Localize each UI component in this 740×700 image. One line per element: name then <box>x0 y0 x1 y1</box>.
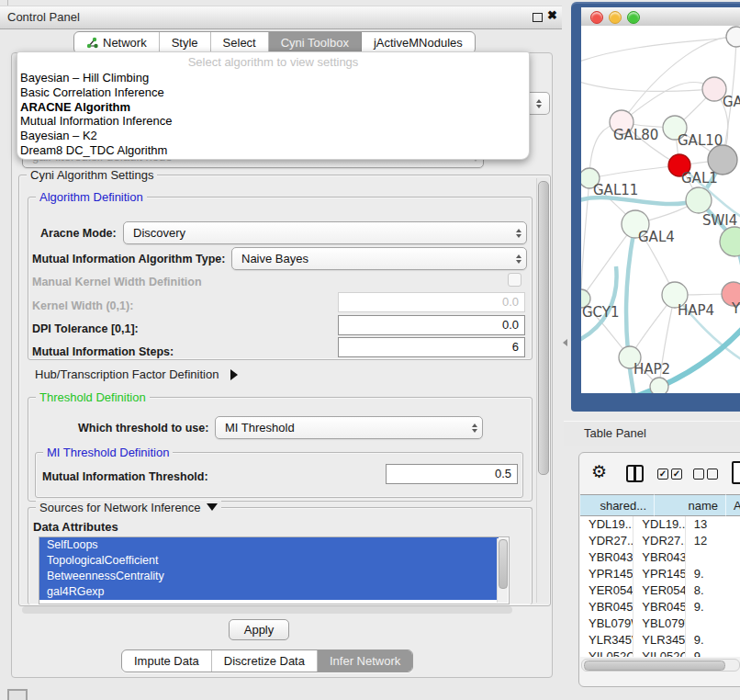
apply-button[interactable]: Apply <box>229 619 289 640</box>
threshold-definition-title: Threshold Definition <box>36 390 150 404</box>
node-label: GAL80 <box>613 127 658 143</box>
hub-definition-toggle[interactable]: Hub/Transcription Factor Definition <box>35 366 238 382</box>
table-cell: 9. <box>686 649 740 657</box>
control-panel-title: Control Panel <box>7 10 80 24</box>
sources-group-title[interactable]: Sources for Network Inference <box>36 501 221 514</box>
table-cell: YLR345W <box>633 632 685 649</box>
table-cell: YDL19... <box>633 516 685 533</box>
mi-threshold-group-title: MI Threshold Definition <box>43 446 173 459</box>
bottom-tabs: Impute Data Discretize Data Infer Networ… <box>121 649 413 672</box>
table-cell: YBR043C <box>633 549 685 566</box>
table-row[interactable]: YBR043CYBR043C <box>580 549 740 566</box>
zoom-window-icon[interactable] <box>627 11 640 24</box>
tab-infer-network[interactable]: Infer Network <box>318 650 412 672</box>
network-node[interactable] <box>720 227 740 256</box>
settings-group-title: Cyni Algorithm Settings <box>27 168 157 182</box>
aracne-mode-select[interactable]: Discovery <box>123 221 527 244</box>
table-row[interactable]: YDL19...YDL19...13 <box>580 516 740 533</box>
tab-style[interactable]: Style <box>160 32 211 53</box>
unchecked-box-icon[interactable] <box>707 469 718 480</box>
columns-icon[interactable] <box>626 465 644 482</box>
tab-jactivemnodules[interactable]: jActiveMNodules <box>362 32 475 53</box>
mi-algorithm-type-label: Mutual Information Algorithm Type: <box>32 253 225 265</box>
column-header-shared-name[interactable]: shared... <box>580 494 655 516</box>
column-header-partial[interactable]: A <box>726 494 740 516</box>
network-edge[interactable] <box>589 165 679 178</box>
table-row[interactable]: YPR145WYPR145W9. <box>580 566 740 582</box>
table-cell: 8. <box>686 582 740 599</box>
unchecked-box-icon[interactable] <box>693 469 704 480</box>
dropdown-items: Bayesian – Hill Climbing Basic Correlati… <box>20 71 526 158</box>
close-window-icon[interactable] <box>590 11 603 24</box>
node-label: HAP2 <box>633 361 670 378</box>
inference-algorithm-select-fragment[interactable] <box>529 92 550 115</box>
table-hscrollbar-thumb[interactable] <box>584 660 725 671</box>
float-panel-icon[interactable] <box>533 13 543 22</box>
mi-threshold-field[interactable]: 0.5 <box>386 464 518 484</box>
table-row[interactable]: YIL052CYIL052C9. <box>580 649 740 657</box>
dropdown-item[interactable]: Mutual Information Inference <box>20 114 526 129</box>
network-view-window: GALGAL80GAL10GAL1GAL11SWI4GAL4GCY1HAP4YH… <box>581 7 740 393</box>
dropdown-item-selected[interactable]: ARACNE Algorithm <box>20 100 526 115</box>
which-threshold-select[interactable]: MI Threshold <box>215 416 483 439</box>
data-attributes-label: Data Attributes <box>33 520 118 534</box>
table-row[interactable]: YBR045CYBR045C9. <box>580 599 740 615</box>
minimize-window-icon[interactable] <box>609 11 622 24</box>
column-header-name[interactable]: name <box>655 494 726 516</box>
node-label: GCY1 <box>582 304 620 321</box>
minimized-panel-icon[interactable] <box>7 689 28 700</box>
table-cell <box>686 615 740 632</box>
gear-icon[interactable]: ⚙ <box>591 461 607 482</box>
dropdown-item[interactable]: Bayesian – K2 <box>20 129 526 143</box>
table-cell: YDR27... <box>633 533 685 549</box>
attribute-item-selected[interactable]: gal4RGexp <box>39 584 499 600</box>
tab-impute-data[interactable]: Impute Data <box>122 650 212 672</box>
table-row[interactable]: YLR345WYLR345W9. <box>580 632 740 649</box>
attribute-item-selected[interactable]: SelfLoops <box>39 537 499 553</box>
dpi-tolerance-field[interactable]: 0.0 <box>338 315 525 335</box>
checked-box-icon[interactable]: ✓ <box>657 469 668 480</box>
network-node[interactable] <box>726 27 740 47</box>
checked-box-icon[interactable]: ✓ <box>671 469 682 480</box>
dropdown-item[interactable]: Bayesian – Hill Climbing <box>20 71 526 85</box>
mi-algorithm-type-select[interactable]: Naive Bayes <box>231 247 527 270</box>
attribute-item-selected[interactable]: TopologicalCoefficient <box>39 553 499 569</box>
splitter-collapse-icon[interactable] <box>563 339 567 346</box>
table-row[interactable]: YDR27...YDR27...12 <box>580 533 740 549</box>
table-row[interactable]: YBL079WYBL079W <box>580 615 740 632</box>
collapse-down-icon <box>207 503 218 511</box>
network-edge[interactable] <box>622 82 714 122</box>
table-cell <box>686 549 740 566</box>
settings-scrollbar-thumb[interactable] <box>538 181 549 475</box>
attributes-scrollbar-track[interactable] <box>497 538 508 603</box>
attributes-scrollbar-thumb[interactable] <box>499 539 508 589</box>
network-node[interactable] <box>686 187 712 213</box>
node-label: GAL <box>723 94 740 110</box>
node-label: GAL11 <box>593 182 638 198</box>
node-label: SWI4 <box>702 212 737 229</box>
tab-network[interactable]: Network <box>74 32 160 53</box>
page-icon[interactable] <box>732 461 740 484</box>
table-cell: YBR045C <box>580 599 633 615</box>
node-label: GAL4 <box>638 229 675 245</box>
network-canvas[interactable]: GALGAL80GAL10GAL1GAL11SWI4GAL4GCY1HAP4YH… <box>581 26 740 393</box>
table-cell: YPR145W <box>633 566 685 582</box>
dropdown-item[interactable]: Basic Correlation Inference <box>20 85 526 100</box>
settings-hscrollbar[interactable] <box>22 606 512 614</box>
mi-steps-field[interactable]: 6 <box>338 337 525 357</box>
kernel-width-field[interactable]: 0.0 <box>338 292 525 312</box>
dropdown-item[interactable]: Dream8 DC_TDC Algorithm <box>20 143 526 158</box>
network-window-titlebar[interactable] <box>581 7 740 27</box>
network-node[interactable] <box>650 378 668 393</box>
application-window: Control Panel ✖ Network Style Select Cyn… <box>0 0 740 700</box>
close-panel-icon[interactable]: ✖ <box>547 8 557 22</box>
data-attributes-list: SelfLoops TopologicalCoefficient Between… <box>39 536 510 604</box>
tab-discretize-data[interactable]: Discretize Data <box>212 650 318 672</box>
table-row[interactable]: YER054CYER054C8. <box>580 582 740 599</box>
table-cell: YLR345W <box>580 632 633 649</box>
attribute-item-selected[interactable]: BetweennessCentrality <box>39 569 499 584</box>
tab-select[interactable]: Select <box>211 32 269 53</box>
manual-kernel-width-checkbox[interactable] <box>508 273 521 287</box>
tab-cyni-toolbox[interactable]: Cyni Toolbox <box>269 32 362 53</box>
table-cell: YDR27... <box>580 533 633 549</box>
